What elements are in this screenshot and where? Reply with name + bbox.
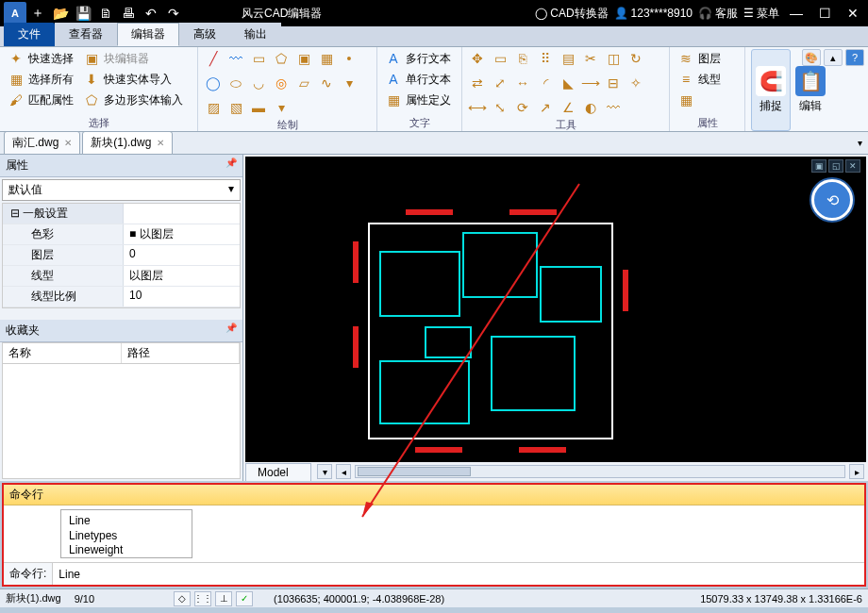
quick-import-button[interactable]: ⬇快速实体导入: [81, 70, 185, 89]
copy-icon[interactable]: ⎘: [513, 49, 532, 68]
maximize-button[interactable]: ☐: [813, 2, 836, 25]
default-select[interactable]: 默认值▾: [2, 179, 241, 201]
chamfer-icon[interactable]: ◣: [559, 74, 577, 92]
attrdef-button[interactable]: ▦属性定义: [383, 91, 453, 109]
stretch-icon[interactable]: ↔: [513, 74, 532, 92]
dim2-icon[interactable]: ⤡: [491, 98, 509, 117]
hatch-icon[interactable]: ▨: [204, 98, 223, 117]
array-icon[interactable]: ⠿: [536, 49, 555, 68]
saveas-icon[interactable]: 🗎: [94, 2, 117, 25]
leader-icon[interactable]: ↗: [536, 98, 555, 117]
cmd-input[interactable]: [53, 563, 864, 585]
ribbon-help-button[interactable]: ?: [845, 49, 864, 66]
align-icon[interactable]: ▤: [559, 49, 577, 68]
compass-icon[interactable]: ⟲: [811, 179, 853, 221]
shape-icon[interactable]: ▱: [294, 74, 313, 92]
h-scrollbar[interactable]: [355, 465, 845, 478]
pin-icon[interactable]: 📌: [225, 323, 237, 339]
suggest-list[interactable]: Line Linetypes Lineweight: [60, 509, 192, 558]
ortho-icon[interactable]: ⊥: [215, 591, 232, 606]
path-icon[interactable]: 〰: [604, 98, 623, 117]
misc-icon[interactable]: ▾: [272, 98, 291, 117]
ribbon-collapse-button[interactable]: ▴: [824, 49, 843, 66]
ellipse-icon[interactable]: ⬭: [226, 74, 245, 92]
rotate-icon[interactable]: ↻: [626, 49, 645, 68]
tab-advanced[interactable]: 高级: [179, 23, 230, 46]
block-editor-button[interactable]: ▣块编辑器: [81, 49, 185, 68]
fillet-icon[interactable]: ◜: [536, 74, 555, 92]
minimize-button[interactable]: —: [785, 2, 808, 25]
extend-icon[interactable]: ⟶: [581, 74, 600, 92]
arc-icon[interactable]: ◡: [249, 74, 268, 92]
file-tab-2[interactable]: 新块(1).dwg✕: [82, 131, 173, 155]
select-all-button[interactable]: ▦选择所有: [6, 70, 75, 89]
stext-button[interactable]: A单行文本: [383, 70, 453, 89]
mirror-icon[interactable]: ⇄: [468, 74, 487, 92]
model-tab[interactable]: Model: [245, 463, 311, 481]
dim3-icon[interactable]: ⟳: [513, 98, 532, 117]
check-icon[interactable]: ✓: [236, 591, 253, 606]
offset-icon[interactable]: ◫: [604, 49, 623, 68]
scroll-right-icon[interactable]: ▸: [849, 464, 864, 479]
scale-icon[interactable]: ⤢: [491, 74, 509, 92]
menu-button[interactable]: ☰ 菜单: [743, 6, 779, 22]
linetype-button[interactable]: ≡线型: [676, 70, 723, 89]
view-restore-icon[interactable]: ◱: [828, 159, 843, 173]
radius-icon[interactable]: ◐: [581, 98, 600, 117]
suggest-item[interactable]: Line: [69, 514, 184, 529]
prop3-button[interactable]: ▦: [676, 91, 723, 109]
tab-viewer[interactable]: 查看器: [55, 23, 117, 46]
view-layout-icon[interactable]: ▣: [811, 159, 826, 173]
mtext-button[interactable]: A多行文本: [383, 49, 453, 68]
explode-icon[interactable]: ✧: [626, 74, 645, 92]
rect-icon[interactable]: ▭: [249, 49, 268, 68]
print-icon[interactable]: 🖶: [117, 2, 140, 25]
snap-button[interactable]: 🧲 捕捉: [751, 49, 791, 131]
block-draw-icon[interactable]: ▣: [294, 49, 313, 68]
save-icon[interactable]: 💾: [72, 2, 94, 25]
hatch2-icon[interactable]: ▧: [226, 98, 245, 117]
move-icon[interactable]: ✥: [468, 49, 487, 68]
redo-icon[interactable]: ↷: [162, 2, 185, 25]
convert-button[interactable]: ◯ CAD转换器: [535, 6, 608, 22]
user-avatar[interactable]: 👤 123****8910: [614, 7, 693, 20]
line-icon[interactable]: ╱: [204, 49, 223, 68]
table-icon[interactable]: ▦: [317, 49, 336, 68]
close-button[interactable]: ✕: [842, 2, 864, 25]
ribbon-style-button[interactable]: 🎨: [802, 49, 821, 66]
polyline-icon[interactable]: 〰: [226, 49, 245, 68]
suggest-item[interactable]: Lineweight: [69, 543, 184, 558]
tab-output[interactable]: 输出: [230, 23, 281, 46]
scroll-left-icon[interactable]: ◂: [336, 464, 351, 479]
trim-icon[interactable]: ✂: [581, 49, 600, 68]
drawing-canvas[interactable]: ▣ ◱ ✕ ⟲: [245, 157, 866, 462]
new-icon[interactable]: ＋: [26, 2, 49, 25]
spline-icon[interactable]: ∿: [317, 74, 336, 92]
polygon-icon[interactable]: ⬠: [272, 49, 291, 68]
drop-icon[interactable]: ▾: [340, 74, 359, 92]
undo-icon[interactable]: ↶: [140, 2, 162, 25]
tab-editor[interactable]: 编辑器: [117, 23, 179, 46]
match-props-button[interactable]: 🖌匹配属性: [6, 91, 75, 109]
pin-icon[interactable]: 📌: [225, 157, 237, 174]
tool-b-icon[interactable]: ▭: [491, 49, 509, 68]
circle-icon[interactable]: ◯: [204, 74, 223, 92]
view-close-icon[interactable]: ✕: [845, 159, 860, 173]
break-icon[interactable]: ⊟: [604, 74, 623, 92]
service-button[interactable]: 🎧 客服: [698, 6, 738, 22]
angle-icon[interactable]: ∠: [559, 98, 577, 117]
block2-icon[interactable]: ▬: [249, 98, 268, 117]
grid-icon[interactable]: ⋮⋮: [194, 591, 211, 606]
dim-icon[interactable]: ⟷: [468, 98, 487, 117]
point-icon[interactable]: •: [340, 49, 359, 68]
tab-file[interactable]: 文件: [4, 23, 55, 46]
poly-export-button[interactable]: ⬠多边形实体输入: [81, 91, 185, 109]
close-icon[interactable]: ✕: [64, 138, 72, 148]
open-icon[interactable]: 📂: [49, 2, 72, 25]
layer-button[interactable]: ≋图层: [676, 49, 723, 68]
ring-icon[interactable]: ◎: [272, 74, 291, 92]
file-tab-1[interactable]: 南汇.dwg✕: [4, 131, 80, 155]
suggest-item[interactable]: Linetypes: [69, 529, 184, 544]
close-icon[interactable]: ✕: [157, 138, 164, 148]
osnap-icon[interactable]: ◇: [174, 591, 191, 606]
